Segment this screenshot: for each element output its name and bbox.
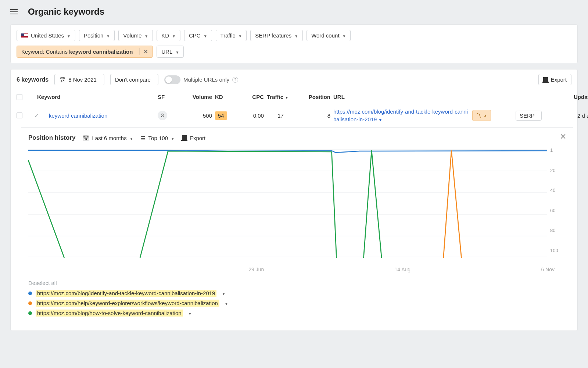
download-icon	[182, 135, 187, 140]
check-icon: ✓	[34, 112, 49, 119]
col-cpc[interactable]: CPC	[238, 94, 264, 100]
filter-traffic[interactable]: Traffic	[216, 30, 247, 41]
chart-legend: Deselect all https://moz.com/blog/identi…	[28, 280, 566, 317]
legend-url[interactable]: https://moz.com/blog/identify-and-tackle…	[36, 290, 216, 297]
cell-updated: 2 d ago	[552, 112, 588, 119]
list-icon	[141, 135, 146, 141]
col-updated[interactable]: Updated	[552, 94, 588, 100]
date-range-dropdown[interactable]: Last 6 months	[83, 135, 133, 141]
serp-button[interactable]: SERP	[516, 111, 542, 121]
cell-cpc: 0.00	[238, 112, 264, 119]
position-history-chart: 1 20 40 60 80 100	[28, 147, 566, 265]
date-picker[interactable]: 8 Nov 2021	[54, 74, 104, 85]
chevron-down-icon	[67, 32, 71, 39]
chevron-down-icon	[130, 135, 133, 141]
top-n-dropdown[interactable]: Top 100	[141, 135, 175, 141]
table-header: Keyword SF Volume KD CPC Traffic ▼ Posit…	[11, 90, 577, 104]
filters-panel: United States Position Volume KD CPC Tra…	[10, 24, 578, 63]
legend-item[interactable]: https://moz.com/blog/identify-and-tackle…	[28, 290, 566, 297]
multiple-urls-label: Multiple URLs only	[183, 76, 229, 83]
url-link[interactable]: https://moz.com/blog/identify-and-tackle…	[333, 108, 469, 123]
legend-dot-icon	[28, 292, 32, 295]
line-chart-icon: 〽	[476, 112, 481, 118]
y-axis-ticks: 1 20 40 60 80 100	[547, 147, 566, 258]
chevron-down-icon	[220, 290, 225, 296]
calendar-icon	[59, 76, 65, 83]
col-kd[interactable]: KD	[215, 94, 235, 100]
filter-url[interactable]: URL	[157, 46, 184, 58]
sf-badge[interactable]: 3	[158, 111, 167, 120]
multiple-urls-toggle[interactable]	[164, 75, 180, 84]
col-sf[interactable]: SF	[158, 94, 180, 100]
chevron-down-icon	[171, 135, 175, 141]
download-icon	[543, 77, 548, 82]
keyword-link[interactable]: keyword cannibalization	[49, 112, 155, 119]
row-checkbox[interactable]	[17, 112, 22, 118]
select-all-checkbox[interactable]	[17, 94, 22, 100]
legend-url[interactable]: https://moz.com/blog/how-to-solve-keywor…	[36, 310, 183, 317]
keyword-count: 6 keywords	[17, 76, 49, 83]
page-title: Organic keywords	[28, 7, 104, 17]
col-volume[interactable]: Volume	[183, 94, 212, 100]
col-position[interactable]: Position	[297, 94, 330, 100]
table-row: ✓ keyword cannibalization 3 500 54 0.00 …	[11, 104, 577, 127]
active-keyword-filter[interactable]: Keyword: Contains keyword cannibalizatio…	[17, 46, 153, 58]
chevron-down-icon	[343, 32, 346, 39]
cell-traffic: 17	[267, 112, 294, 119]
chevron-down-icon	[175, 49, 179, 55]
deselect-all-link[interactable]: Deselect all	[28, 280, 566, 286]
kd-badge: 54	[215, 111, 227, 120]
compare-dropdown[interactable]: Don't compare	[110, 74, 158, 85]
filter-volume[interactable]: Volume	[118, 30, 153, 41]
col-traffic[interactable]: Traffic ▼	[267, 94, 294, 100]
legend-dot-icon	[28, 311, 32, 315]
position-history-button[interactable]: 〽 ▲	[472, 110, 491, 121]
position-history-panel: ✕ Position history Last 6 months Top 100…	[21, 127, 573, 331]
chevron-down-icon: ▼	[378, 118, 382, 122]
filter-position[interactable]: Position	[79, 30, 115, 41]
legend-item[interactable]: https://moz.com/help/keyword-explorer/wo…	[28, 300, 566, 307]
chevron-down-icon	[106, 32, 110, 39]
legend-item[interactable]: https://moz.com/blog/how-to-solve-keywor…	[28, 310, 566, 317]
legend-url[interactable]: https://moz.com/help/keyword-explorer/wo…	[36, 300, 219, 307]
col-url[interactable]: URL	[333, 94, 469, 100]
filter-cpc[interactable]: CPC	[184, 30, 212, 41]
close-icon[interactable]: ✕	[560, 132, 566, 142]
chevron-down-icon	[204, 32, 207, 39]
filter-kd[interactable]: KD	[157, 30, 180, 41]
flag-icon	[21, 33, 28, 38]
menu-icon[interactable]	[10, 9, 18, 14]
results-panel: 6 keywords 8 Nov 2021 Don't compare Mult…	[10, 69, 578, 331]
results-toolbar: 6 keywords 8 Nov 2021 Don't compare Mult…	[11, 69, 577, 90]
chevron-down-icon	[187, 310, 192, 316]
filter-word-count[interactable]: Word count	[306, 30, 351, 41]
chevron-down-icon	[238, 32, 242, 39]
cell-position: 8	[297, 112, 330, 119]
col-keyword[interactable]: Keyword	[37, 94, 155, 100]
x-axis-ticks: . 29 Jun 14 Aug 6 Nov	[28, 265, 566, 272]
legend-dot-icon	[28, 301, 32, 305]
position-history-title: Position history	[28, 134, 75, 142]
cell-volume: 500	[183, 112, 212, 119]
chevron-up-icon: ▲	[484, 114, 487, 117]
close-icon[interactable]: ✕	[139, 48, 148, 55]
filter-country[interactable]: United States	[17, 30, 75, 41]
export-button[interactable]: Export	[538, 74, 571, 85]
filter-serp-features[interactable]: SERP features	[250, 30, 303, 41]
help-icon[interactable]: ?	[232, 77, 238, 83]
chevron-down-icon	[144, 32, 148, 39]
chevron-down-icon	[294, 32, 298, 39]
filter-country-label: United States	[31, 32, 64, 39]
chevron-down-icon	[223, 300, 228, 306]
calendar-icon	[83, 135, 89, 141]
chevron-down-icon	[172, 32, 176, 39]
history-export-button[interactable]: Export	[182, 135, 205, 141]
